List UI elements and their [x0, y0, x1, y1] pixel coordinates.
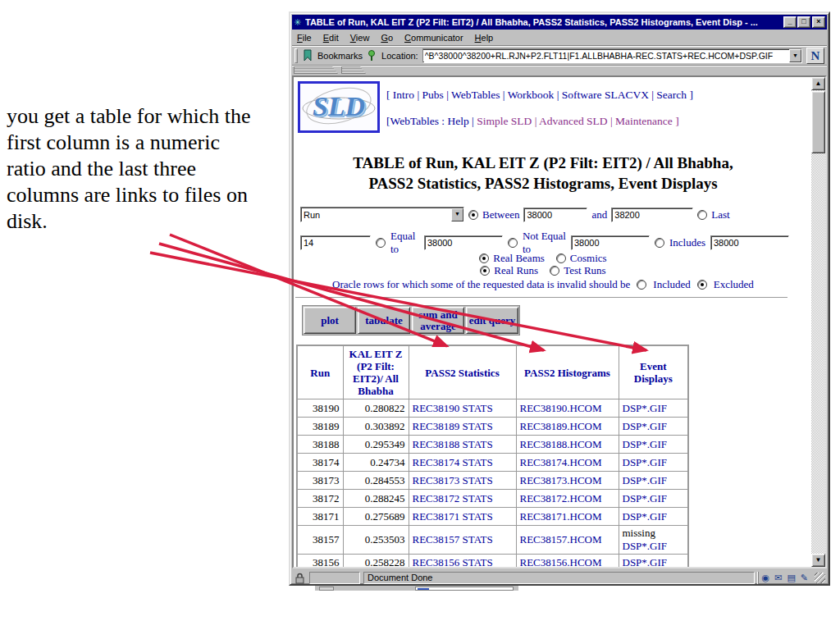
sld-logo[interactable]: SLD [298, 81, 380, 133]
bookmarks-icon[interactable] [302, 49, 313, 62]
site-nav-links[interactable]: [ Intro | Pubs | WebTables | Workbook | … [386, 89, 693, 102]
location-field: ▼ [422, 48, 802, 63]
stats-link[interactable]: REC38171 STATS [409, 508, 516, 526]
minimize-button[interactable]: _ [783, 16, 797, 28]
hcom-link[interactable]: REC38189.HCOM [516, 418, 619, 436]
hcom-link[interactable]: REC38156.HCOM [516, 555, 619, 569]
webtables-nav-links[interactable]: [WebTables : Help | Simple SLD | Advance… [386, 115, 679, 128]
field-select-arrow[interactable]: ▼ [451, 208, 463, 221]
includes-radio[interactable] [655, 238, 664, 248]
last-radio[interactable] [697, 210, 707, 220]
collapsed-toolbar-tab[interactable] [341, 66, 366, 74]
location-input[interactable] [423, 50, 789, 62]
stats-link[interactable]: REC38157 STATS [409, 526, 516, 555]
security-lock-icon[interactable] [294, 572, 306, 584]
hcom-link[interactable]: REC38172.HCOM [516, 490, 619, 508]
field-select[interactable]: Run ▼ [300, 207, 464, 222]
between-to-input[interactable] [611, 208, 693, 222]
stats-link[interactable]: REC38189 STATS [409, 418, 516, 436]
excluded-radio[interactable] [697, 280, 707, 290]
real-beams-radio[interactable] [479, 253, 489, 263]
webtables-nav-left[interactable]: [WebTables : Help | [386, 115, 477, 127]
dsp-link[interactable]: DSP*.GIF [619, 399, 688, 418]
scroll-down-button[interactable]: ▼ [811, 554, 825, 567]
stats-link[interactable]: REC38188 STATS [409, 436, 516, 454]
stats-link[interactable]: REC38173 STATS [409, 472, 516, 490]
not-equal-radio[interactable] [508, 238, 518, 248]
resize-grip[interactable] [815, 573, 825, 583]
location-dropdown-button[interactable]: ▼ [789, 49, 801, 62]
dsp-link[interactable]: DSP*.GIF [619, 490, 688, 508]
includes-input[interactable] [710, 235, 789, 250]
dsp-link[interactable]: DSP*.GIF [619, 555, 688, 569]
table-row: 38156 0.258228 REC38156 STATS REC38156.H… [297, 555, 688, 569]
run-cell: 38172 [297, 490, 343, 508]
menu-bar: File Edit View Go Communicator Help [292, 30, 827, 46]
run-cell: 38190 [297, 399, 343, 418]
dsp-link[interactable]: DSP*.GIF [619, 508, 688, 526]
stats-link[interactable]: REC38156 STATS [409, 555, 516, 569]
hcom-link[interactable]: REC38173.HCOM [516, 472, 619, 490]
count-input[interactable] [300, 235, 371, 250]
dsp-link[interactable]: missing DSP*.GIF [619, 526, 688, 555]
dsp-link[interactable]: DSP*.GIF [619, 418, 688, 436]
hcom-link[interactable]: REC38171.HCOM [516, 508, 619, 526]
cosmics-radio[interactable] [556, 253, 566, 263]
scrollbar-thumb[interactable] [811, 91, 825, 153]
stats-link[interactable]: REC38190 STATS [409, 399, 516, 418]
dsp-link[interactable]: DSP*.GIF [619, 454, 688, 472]
netscape-logo[interactable]: N [806, 48, 824, 64]
run-cell: 38173 [297, 472, 343, 490]
included-radio[interactable] [637, 280, 646, 290]
tabulate-button[interactable]: tabulate [358, 307, 410, 334]
webtables-nav-right[interactable]: Simple SLD | Advanced SLD | Maintenance … [477, 115, 678, 127]
hcom-link[interactable]: REC38157.HCOM [516, 526, 619, 555]
between-from-input[interactable] [523, 208, 587, 222]
vertical-scrollbar[interactable]: ▲ ▼ [811, 77, 825, 567]
dsp-link-text[interactable]: DSP*.GIF [623, 540, 668, 552]
table-header-row: Run KAL EIT Z (P2 Filt: EIT2)/ All Bhabh… [297, 345, 688, 399]
stats-link[interactable]: REC38174 STATS [409, 454, 516, 472]
hcom-link[interactable]: REC38174.HCOM [516, 454, 619, 472]
menu-help[interactable]: Help [475, 33, 494, 43]
menu-file[interactable]: File [297, 33, 312, 43]
maximize-button[interactable]: □ [797, 16, 810, 28]
navigator-icon[interactable]: ◉ [762, 573, 770, 583]
dsp-link[interactable]: DSP*.GIF [619, 472, 688, 490]
location-icon[interactable] [367, 49, 377, 62]
ratio-cell: 0.288245 [343, 490, 409, 508]
real-runs-radio[interactable] [480, 266, 490, 276]
cosmics-label: Cosmics [570, 252, 607, 265]
menu-edit[interactable]: Edit [323, 33, 339, 43]
hcom-link[interactable]: REC38188.HCOM [516, 436, 619, 454]
divider [295, 297, 788, 299]
collapsed-toolbar-tab[interactable] [294, 66, 338, 74]
edit-query-button[interactable]: edit query [466, 307, 518, 334]
sum-and-average-button[interactable]: sum and average [412, 307, 464, 334]
menu-communicator[interactable]: Communicator [404, 33, 463, 43]
taskbar-button[interactable] [319, 587, 334, 591]
not-equal-input[interactable] [571, 235, 650, 250]
page-title: TABLE of Run, KAL EIT Z (P2 Filt: EIT2) … [294, 153, 792, 194]
menu-go[interactable]: Go [381, 33, 393, 43]
close-button[interactable]: × [812, 16, 825, 28]
equal-input[interactable] [424, 235, 503, 250]
stats-link[interactable]: REC38172 STATS [409, 490, 516, 508]
hcom-link[interactable]: REC38190.HCOM [516, 399, 619, 418]
toolbar-gripper[interactable] [294, 48, 298, 63]
page-title-line2: PASS2 Statistics, PASS2 Histograms, Even… [294, 173, 792, 194]
status-message: Document Done [363, 572, 755, 584]
mailbox-icon[interactable]: ✉ [774, 573, 782, 583]
test-runs-radio[interactable] [550, 266, 559, 276]
between-radio[interactable] [468, 210, 478, 220]
scroll-up-button[interactable]: ▲ [811, 77, 825, 90]
menu-view[interactable]: View [350, 33, 370, 43]
plot-button[interactable]: plot [304, 307, 356, 334]
equal-radio[interactable] [376, 238, 386, 248]
composer-icon[interactable]: ✎ [801, 573, 808, 583]
dsp-link[interactable]: DSP*.GIF [619, 436, 688, 454]
run-cell: 38174 [297, 454, 343, 472]
bookmarks-label[interactable]: Bookmarks [317, 51, 363, 61]
window-titlebar[interactable]: ✳ TABLE of Run, KAL EIT Z (P2 Filt: EIT2… [292, 15, 827, 30]
discussions-icon[interactable]: ▤ [787, 573, 795, 583]
